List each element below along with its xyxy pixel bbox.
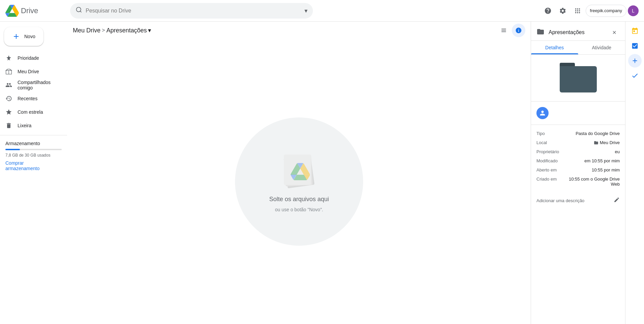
meta-row-local: Local Meu Drive <box>536 138 620 147</box>
breadcrumb: Meu Drive > Apresentações ▾ <box>73 27 151 34</box>
sidebar-item-recent[interactable]: Recentes <box>0 92 62 105</box>
add-button[interactable] <box>628 54 642 68</box>
meta-modificado-val: em 10:55 por mim <box>567 158 620 163</box>
sidebar-item-mydrive[interactable]: Meu Drive <box>0 65 62 78</box>
drop-text-sub: ou use o botão "Novo". <box>275 207 323 212</box>
meta-proprietario-val: eu <box>567 149 620 154</box>
sidebar-item-trash[interactable]: Lixeira <box>0 119 62 132</box>
description-label: Adicionar uma descrição <box>536 198 584 203</box>
help-button[interactable] <box>541 4 555 18</box>
topbar: Drive ▾ freepik.company L <box>0 0 644 22</box>
main-layout: Novo Prioridade Meu Drive Compart <box>0 22 644 324</box>
info-button[interactable] <box>512 24 525 37</box>
detail-panel: Apresentações × Detalhes Atividade <box>531 22 625 324</box>
priority-icon <box>5 55 12 61</box>
sidebar-divider <box>0 135 67 135</box>
right-edge-panel <box>625 22 644 324</box>
meta-local-key: Local <box>536 140 567 145</box>
detail-close-button[interactable]: × <box>609 27 620 38</box>
owner-avatar <box>536 107 549 119</box>
detail-folder-icon <box>536 28 545 37</box>
detail-header: Apresentações × <box>531 22 625 41</box>
topbar-right: freepik.company L <box>541 4 639 18</box>
sidebar-item-starred-label: Com estrela <box>18 109 43 115</box>
detail-owner-row <box>531 102 625 125</box>
breadcrumb-separator: > <box>102 27 105 33</box>
storage-bar-fill <box>5 149 20 150</box>
folder-preview-graphic <box>560 63 597 93</box>
sidebar-item-shared-label: Compartilhados comigo <box>18 80 58 90</box>
freepik-badge[interactable]: freepik.company <box>586 5 626 17</box>
list-view-button[interactable] <box>497 24 510 37</box>
drop-text-main: Solte os arquivos aqui <box>269 196 329 203</box>
meta-row-criado: Criado em 10:55 com o Google Drive Web <box>536 174 620 189</box>
drop-zone-area: Solte os arquivos aqui ou use o botão "N… <box>67 39 531 324</box>
storage-label: Armazenamento <box>5 141 62 146</box>
sidebar-item-priority[interactable]: Prioridade <box>0 51 62 65</box>
breadcrumb-current-label: Apresentações <box>106 27 147 34</box>
meta-local-val: Meu Drive <box>567 140 620 145</box>
freepik-label: freepik.company <box>590 8 622 13</box>
new-button[interactable]: Novo <box>4 27 43 46</box>
meta-tipo-key: Tipo <box>536 131 567 136</box>
detail-panel-title: Apresentações <box>549 29 605 35</box>
sidebar: Novo Prioridade Meu Drive Compart <box>0 22 67 324</box>
new-plus-icon <box>12 32 20 40</box>
meta-aberto-val: 10:55 por mim <box>567 167 620 172</box>
svg-point-0 <box>77 7 81 12</box>
meta-row-proprietario: Proprietário eu <box>536 147 620 156</box>
svg-line-1 <box>80 11 82 12</box>
meta-modificado-key: Modificado <box>536 158 567 163</box>
storage-bar-background <box>5 149 62 150</box>
sidebar-item-priority-label: Prioridade <box>18 55 39 61</box>
recent-icon <box>5 95 12 102</box>
logo-area: Drive <box>5 4 66 18</box>
svg-marker-2 <box>6 69 12 71</box>
meta-row-modificado: Modificado em 10:55 por mim <box>536 156 620 165</box>
meta-aberto-key: Aberto em <box>536 167 567 172</box>
sidebar-item-recent-label: Recentes <box>18 96 37 101</box>
drop-illustration <box>275 151 323 192</box>
content-area: Meu Drive > Apresentações ▾ <box>67 22 531 324</box>
sidebar-item-trash-label: Lixeira <box>18 123 31 128</box>
tasks-icon-button[interactable] <box>628 39 642 53</box>
sidebar-item-shared[interactable]: Compartilhados comigo <box>0 78 62 92</box>
buy-storage-link[interactable]: Comprar armazenamento <box>5 160 62 171</box>
breadcrumb-bar: Meu Drive > Apresentações ▾ <box>67 22 531 39</box>
storage-section: Armazenamento 7,8 GB de 30 GB usados Com… <box>0 138 67 174</box>
sidebar-item-starred[interactable]: Com estrela <box>0 105 62 119</box>
breadcrumb-root[interactable]: Meu Drive <box>73 27 100 34</box>
breadcrumb-current[interactable]: Apresentações ▾ <box>106 27 151 34</box>
apps-button[interactable] <box>571 4 584 18</box>
check-icon-button[interactable] <box>628 69 642 82</box>
shared-icon <box>5 82 12 88</box>
settings-button[interactable] <box>556 4 569 18</box>
drive-icon <box>5 68 12 75</box>
detail-tabs: Detalhes Atividade <box>531 41 625 55</box>
star-icon <box>5 109 12 115</box>
edit-description-button[interactable] <box>614 197 620 205</box>
app-title: Drive <box>21 6 38 15</box>
trash-icon <box>5 122 12 129</box>
meta-tipo-val: Pasta do Google Drive <box>567 131 620 136</box>
detail-description: Adicionar uma descrição <box>531 193 625 209</box>
tab-activity[interactable]: Atividade <box>578 41 625 54</box>
search-dropdown-icon[interactable]: ▾ <box>304 7 308 15</box>
sidebar-item-mydrive-label: Meu Drive <box>18 69 39 74</box>
search-icon <box>76 6 82 15</box>
meta-criado-key: Criado em <box>536 177 567 187</box>
new-button-label: Novo <box>24 34 35 39</box>
detail-meta: Tipo Pasta do Google Drive Local Meu Dri… <box>531 125 625 193</box>
breadcrumb-dropdown-icon: ▾ <box>148 27 151 34</box>
detail-folder-preview <box>531 55 625 102</box>
storage-used-text: 7,8 GB de 30 GB usados <box>5 153 62 158</box>
search-bar[interactable]: ▾ <box>70 3 313 19</box>
tab-details[interactable]: Detalhes <box>531 41 578 54</box>
calendar-icon-button[interactable] <box>628 24 642 38</box>
meta-proprietario-key: Proprietário <box>536 149 567 154</box>
location-folder-icon <box>594 140 598 145</box>
user-avatar[interactable]: L <box>628 5 639 16</box>
search-input[interactable] <box>86 8 301 14</box>
breadcrumb-right <box>497 24 525 37</box>
meta-criado-val: 10:55 com o Google Drive Web <box>567 177 620 187</box>
